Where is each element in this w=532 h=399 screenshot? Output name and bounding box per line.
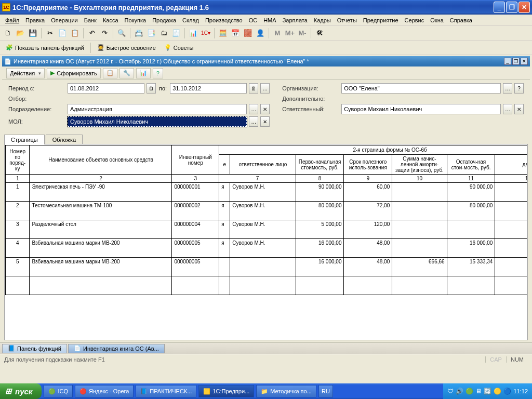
- start-button[interactable]: ⊞пуск: [0, 383, 42, 399]
- tray-icon[interactable]: 🔵: [503, 388, 511, 395]
- window-maximize-button[interactable]: ❐: [506, 2, 517, 13]
- menu-edit[interactable]: Правка: [22, 16, 48, 24]
- task-lang[interactable]: RU: [318, 385, 333, 397]
- quick-learn-button[interactable]: 🧑‍🎓Быстрое освоение: [94, 42, 159, 54]
- dept-clear-button[interactable]: ✕: [260, 104, 270, 114]
- tool-g-icon[interactable]: 🧮: [217, 28, 229, 39]
- tool-d-icon[interactable]: 🧾: [170, 28, 182, 39]
- action-tool-c[interactable]: 📊: [136, 68, 151, 78]
- undo-icon[interactable]: ↶: [86, 28, 98, 39]
- menu-ent[interactable]: Предприятие: [360, 16, 402, 24]
- action-tool-a[interactable]: 📋: [103, 68, 117, 78]
- date-to-input[interactable]: [170, 83, 247, 94]
- tool-h-icon[interactable]: 🧱: [242, 28, 254, 39]
- user-icon[interactable]: 👤: [255, 28, 266, 39]
- menu-ops[interactable]: Операции: [48, 16, 81, 24]
- extra-header[interactable]: Дополнительно:: [282, 96, 339, 102]
- mdi-close-button[interactable]: ✕: [521, 58, 528, 65]
- date-from-picker[interactable]: 🗓: [147, 83, 156, 94]
- task-word[interactable]: 📘 ПРАКТИЧЕСК...: [136, 385, 196, 397]
- menu-bank[interactable]: Банк: [81, 16, 100, 24]
- tool-f-icon[interactable]: 1C▾: [200, 28, 211, 39]
- new-icon[interactable]: 🗋: [2, 28, 14, 39]
- show-panel-button[interactable]: 🧩Показать панель функций: [2, 42, 88, 54]
- actions-menu-button[interactable]: Действия: [6, 68, 45, 78]
- tab-cover[interactable]: Обложка: [46, 135, 83, 144]
- tray-icon[interactable]: 🟢: [466, 388, 473, 395]
- menu-stock[interactable]: Склад: [179, 16, 202, 24]
- filter-header[interactable]: Отбор:: [8, 96, 65, 102]
- menu-cash[interactable]: Касса: [100, 16, 122, 24]
- dept-input[interactable]: [68, 104, 247, 114]
- table-row[interactable]: 3Разделочный стол000000004яСуворов М.Н.5…: [6, 220, 527, 239]
- task-opera[interactable]: 🔴 Яндекс - Opera: [75, 385, 134, 397]
- table-row[interactable]: 5Взбивальная машина марки МВ-20000000000…: [6, 258, 527, 276]
- tray-icon[interactable]: 🟡: [494, 388, 501, 395]
- action-tool-b[interactable]: 🔧: [119, 68, 134, 78]
- tray-icon[interactable]: 🔊: [456, 388, 463, 395]
- tool-a-icon[interactable]: 📇: [133, 28, 144, 39]
- calendar-icon[interactable]: 📅: [230, 28, 241, 39]
- tray-icon[interactable]: 🖥: [475, 388, 482, 395]
- resp-input[interactable]: [341, 104, 501, 114]
- m-icon[interactable]: M: [272, 28, 283, 39]
- menu-file[interactable]: Файл: [2, 16, 22, 24]
- find-icon[interactable]: 🔍: [116, 28, 127, 39]
- tab-pages[interactable]: Страницы: [4, 135, 45, 144]
- task-icq[interactable]: 🟢 ICQ: [44, 385, 73, 397]
- tray-clock[interactable]: 11:12: [513, 388, 528, 394]
- mdi-restore-button[interactable]: ❐: [512, 58, 520, 65]
- action-help-button[interactable]: ?: [153, 68, 163, 78]
- mol-input[interactable]: [68, 116, 247, 127]
- table-row[interactable]: 2Тестомесильная машина ТМ-100000000002яС…: [6, 202, 527, 220]
- save-icon[interactable]: 💾: [27, 28, 38, 39]
- open-icon[interactable]: 📂: [15, 28, 26, 39]
- menu-service[interactable]: Сервис: [402, 16, 428, 24]
- mdi-minimize-button[interactable]: _: [504, 58, 511, 65]
- menu-windows[interactable]: Окна: [427, 16, 447, 24]
- m-minus-icon[interactable]: M-: [297, 28, 308, 39]
- form-button[interactable]: ▶Сформировать: [47, 68, 101, 78]
- menu-buy[interactable]: Покупка: [122, 16, 150, 24]
- m-plus-icon[interactable]: M+: [284, 28, 296, 39]
- cut-icon[interactable]: ✂: [44, 28, 56, 39]
- date-from-input[interactable]: [68, 83, 144, 94]
- mditab-panel[interactable]: 📘Панель функций: [2, 344, 67, 353]
- window-close-button[interactable]: ✕: [518, 2, 530, 13]
- mol-lookup-button[interactable]: …: [249, 116, 258, 127]
- tool-c-icon[interactable]: 🗂: [158, 28, 169, 39]
- tray-icon[interactable]: 🛡: [447, 388, 454, 395]
- task-folder[interactable]: 📁 Методичка по...: [256, 385, 316, 397]
- resp-lookup-button[interactable]: …: [503, 104, 512, 114]
- org-help-button[interactable]: ?: [514, 83, 524, 94]
- paste-icon[interactable]: 📋: [69, 28, 81, 39]
- settings-icon[interactable]: 🛠: [314, 28, 325, 39]
- table-row[interactable]: 4Взбивальная машина марки МВ-20000000000…: [6, 239, 527, 258]
- date-to-picker[interactable]: 🗓: [249, 83, 258, 94]
- menu-help[interactable]: Справка: [447, 16, 475, 24]
- menu-os[interactable]: ОС: [246, 16, 261, 24]
- period-wizard-button[interactable]: …: [260, 83, 270, 94]
- tray-icon[interactable]: 🔄: [484, 388, 491, 395]
- task-1c[interactable]: 🟨 1С:Предпри...: [198, 385, 254, 397]
- tool-b-icon[interactable]: 📑: [145, 28, 157, 39]
- dept-lookup-button[interactable]: …: [249, 104, 258, 114]
- org-lookup-button[interactable]: …: [503, 83, 512, 94]
- redo-icon[interactable]: ↷: [99, 28, 110, 39]
- org-input[interactable]: [341, 83, 501, 94]
- menu-prod[interactable]: Производство: [202, 16, 246, 24]
- menu-sell[interactable]: Продажа: [149, 16, 179, 24]
- menu-salary[interactable]: Зарплата: [280, 16, 311, 24]
- tool-e-icon[interactable]: 📊: [188, 28, 199, 39]
- system-tray[interactable]: 🛡 🔊 🟢 🖥 🔄 🟡 🔵 11:12: [443, 383, 532, 399]
- menu-nma[interactable]: НМА: [260, 16, 279, 24]
- copy-icon[interactable]: 📄: [57, 28, 68, 39]
- mol-clear-button[interactable]: ✕: [260, 116, 270, 127]
- grid-scroll[interactable]: Номер по поряд-ку Наименование объектов …: [5, 145, 527, 339]
- menu-reports[interactable]: Отчеты: [334, 16, 360, 24]
- mditab-report[interactable]: 📄Инвентарная книга ОС (Ав...: [68, 344, 165, 353]
- menu-staff[interactable]: Кадры: [311, 16, 334, 24]
- table-row[interactable]: 1Электрическая печь - ПЭУ -90000000001яС…: [6, 183, 527, 202]
- resp-clear-button[interactable]: ✕: [514, 104, 524, 114]
- tips-button[interactable]: 💡Советы: [161, 42, 197, 54]
